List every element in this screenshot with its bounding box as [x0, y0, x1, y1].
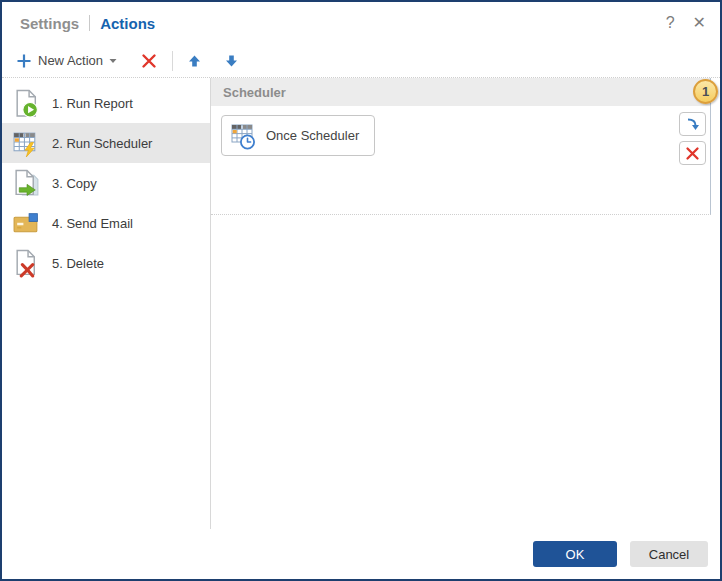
run-report-icon — [12, 89, 41, 118]
move-up-icon — [188, 55, 201, 67]
toolbar: New Action — [2, 44, 720, 77]
action-item-delete[interactable]: 5. Delete — [2, 243, 210, 283]
remove-x-icon — [685, 146, 700, 161]
toolbar-divider — [172, 51, 173, 71]
step-count-badge: 1 — [693, 79, 718, 104]
action-list: 1. Run Report 2. Run Scheduler — [2, 78, 211, 529]
empty-config-space — [211, 215, 720, 529]
action-config-area: Scheduler 1 — [211, 78, 720, 529]
action-item-label: 3. Copy — [52, 176, 97, 191]
cancel-button[interactable]: Cancel — [630, 541, 708, 567]
dropdown-caret-icon — [109, 58, 117, 64]
title-bar: Settings Actions ? ✕ — [2, 2, 720, 44]
dialog-footer: OK Cancel — [2, 529, 720, 579]
delete-x-icon — [141, 53, 157, 69]
plus-icon — [16, 53, 32, 69]
move-up-button[interactable] — [182, 52, 207, 70]
delete-action-button[interactable] — [135, 50, 163, 72]
action-item-label: 5. Delete — [52, 256, 104, 271]
once-scheduler-label: Once Scheduler — [266, 128, 359, 143]
actions-dialog: Settings Actions ? ✕ New Action — [0, 0, 722, 581]
tab-divider — [89, 15, 90, 31]
action-item-label: 4. Send Email — [52, 216, 133, 231]
scheduler-panel-header: Scheduler 1 — [211, 78, 710, 106]
new-action-label: New Action — [38, 53, 103, 68]
remove-step-button[interactable] — [679, 141, 706, 165]
action-item-send-email[interactable]: 4. Send Email — [2, 203, 210, 243]
scheduler-panel-body: Once Scheduler — [211, 106, 710, 214]
run-scheduler-icon — [12, 129, 41, 158]
scheduler-panel: Scheduler 1 — [211, 78, 711, 215]
once-scheduler-icon — [230, 122, 258, 150]
action-item-run-scheduler[interactable]: 2. Run Scheduler — [2, 123, 210, 163]
action-item-label: 1. Run Report — [52, 96, 133, 111]
content-area: 1. Run Report 2. Run Scheduler — [2, 77, 720, 529]
scheduler-panel-title: Scheduler — [223, 85, 286, 100]
insert-down-arrow-icon — [685, 116, 701, 132]
action-item-label: 2. Run Scheduler — [52, 136, 152, 151]
tab-actions[interactable]: Actions — [100, 15, 155, 32]
once-scheduler-button[interactable]: Once Scheduler — [221, 115, 375, 156]
help-icon[interactable]: ? — [666, 15, 675, 31]
action-item-run-report[interactable]: 1. Run Report — [2, 83, 210, 123]
new-action-button[interactable]: New Action — [12, 50, 121, 72]
move-down-icon — [225, 55, 238, 67]
tab-settings[interactable]: Settings — [20, 15, 79, 32]
scheduler-side-buttons — [679, 112, 706, 165]
send-email-icon — [12, 209, 41, 238]
copy-icon — [12, 169, 41, 198]
close-icon[interactable]: ✕ — [693, 15, 706, 31]
titlebar-controls: ? ✕ — [666, 15, 706, 31]
insert-step-button[interactable] — [679, 112, 706, 136]
ok-button[interactable]: OK — [533, 541, 617, 567]
delete-icon — [12, 249, 41, 278]
action-item-copy[interactable]: 3. Copy — [2, 163, 210, 203]
move-down-button[interactable] — [219, 52, 244, 70]
